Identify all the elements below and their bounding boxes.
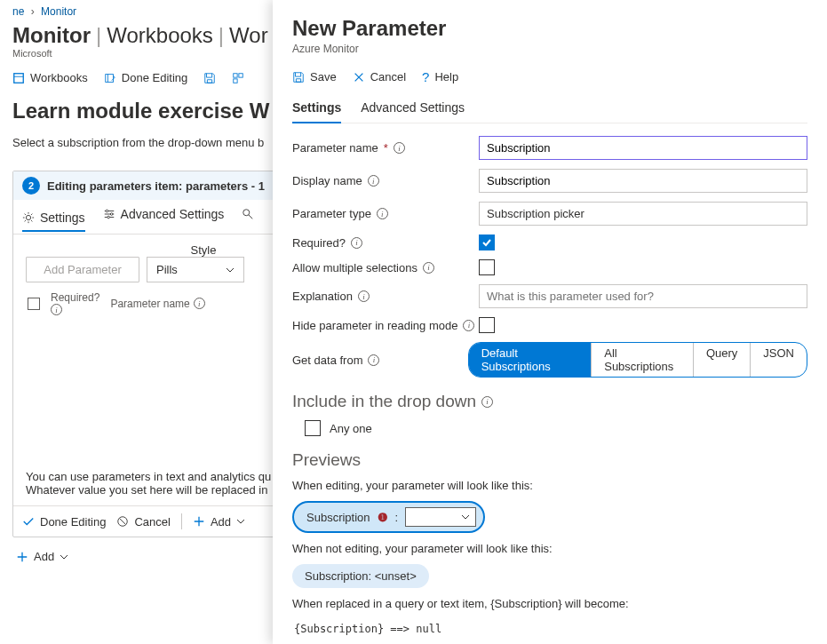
plus-icon [193, 515, 205, 528]
panel-title: New Parameter [292, 16, 807, 41]
preview-replaced-text: When replaced in a query or text item, {… [292, 597, 807, 610]
tab-extra[interactable] [242, 208, 254, 226]
save-icon [292, 71, 305, 83]
help-button[interactable]: ? Help [422, 69, 458, 84]
required-checkbox[interactable] [479, 235, 495, 250]
style-column-label: Style [150, 243, 257, 257]
tab-advanced-settings[interactable]: Advanced Settings [103, 207, 225, 227]
svg-rect-1 [106, 74, 114, 82]
share-icon [232, 72, 244, 84]
required-label: Required? i [292, 236, 479, 250]
include-heading: Include in the drop down i [292, 392, 807, 411]
panel-action-bar: Save Cancel ? Help [292, 64, 807, 95]
done-editing-button[interactable]: Done Editing [22, 515, 106, 529]
previews-heading: Previews [292, 450, 807, 470]
save-icon [203, 72, 216, 84]
svg-rect-0 [14, 73, 24, 83]
explanation-label: Explanation i [292, 290, 479, 303]
workbook-icon [12, 72, 25, 84]
step-number-badge: 2 [22, 177, 40, 195]
add-component-button[interactable]: Add [12, 537, 68, 563]
tab-settings[interactable]: Settings [292, 95, 341, 123]
save-button[interactable]: Save [292, 69, 337, 84]
pill-default-subs[interactable]: Default Subscriptions [469, 343, 592, 377]
svg-point-6 [106, 210, 108, 212]
info-icon[interactable]: i [351, 237, 362, 249]
error-icon: ❶ [378, 511, 388, 524]
svg-point-5 [26, 215, 30, 219]
preview-readonly-pill: Subscription: <unset> [292, 564, 429, 588]
sliders-icon [103, 208, 115, 220]
anyone-checkbox[interactable] [305, 420, 321, 436]
breadcrumb-item[interactable]: ne [12, 5, 24, 18]
pill-json[interactable]: JSON [751, 343, 807, 377]
info-icon[interactable]: i [51, 304, 62, 315]
add-button[interactable]: Add [193, 515, 245, 529]
info-icon[interactable]: i [481, 396, 493, 408]
col-required: Required? [51, 291, 99, 304]
display-name-label: Display name i [292, 174, 479, 187]
select-all-checkbox[interactable] [28, 298, 40, 310]
search-icon [242, 208, 254, 220]
param-type-label: Parameter type i [292, 207, 479, 220]
info-icon[interactable]: i [194, 298, 205, 309]
step-title: Editing parameters item: parameters - 1 [47, 179, 265, 193]
style-select[interactable]: Pills [147, 257, 244, 282]
check-icon [22, 515, 35, 528]
share-icon-button[interactable] [232, 72, 244, 84]
pill-all-subs[interactable]: All Subscriptions [592, 343, 694, 377]
preview-dropdown[interactable] [405, 507, 476, 527]
tab-advanced-settings[interactable]: Advanced Settings [361, 95, 465, 123]
panel-subtitle: Azure Monitor [292, 43, 807, 55]
svg-rect-4 [234, 78, 237, 82]
info-icon[interactable]: i [394, 142, 405, 154]
check-icon [481, 237, 492, 248]
hide-param-checkbox[interactable] [479, 317, 495, 333]
info-icon[interactable]: i [368, 354, 379, 366]
data-source-pills: Default Subscriptions All Subscriptions … [468, 342, 807, 378]
tab-settings[interactable]: Settings [22, 211, 85, 232]
plus-icon [16, 551, 28, 563]
add-parameter-button[interactable]: Add Parameter [26, 257, 139, 282]
chevron-down-icon [60, 553, 68, 561]
workbooks-button[interactable]: Workbooks [12, 71, 88, 84]
cancel-icon [116, 515, 129, 528]
preview-editing-pill[interactable]: Subscription ❶: [292, 501, 485, 533]
explanation-input[interactable] [479, 284, 807, 308]
close-icon [353, 71, 365, 83]
help-icon: ? [422, 69, 429, 84]
chevron-right-icon: › [31, 5, 35, 18]
done-editing-button[interactable]: Done Editing [104, 71, 187, 84]
param-name-input[interactable] [479, 136, 807, 160]
save-icon-button[interactable] [203, 72, 216, 84]
info-icon[interactable]: i [377, 208, 388, 219]
new-parameter-panel: New Parameter Azure Monitor Save Cancel … [273, 0, 827, 644]
display-name-input[interactable] [479, 169, 807, 193]
pill-query[interactable]: Query [694, 343, 751, 377]
svg-point-7 [110, 213, 113, 216]
gear-icon [22, 211, 35, 224]
svg-rect-2 [234, 73, 237, 76]
breadcrumb-item[interactable]: Monitor [41, 5, 76, 18]
param-type-select[interactable]: Subscription picker [479, 202, 807, 226]
edit-done-icon [104, 72, 116, 84]
col-parameter-name: Parameter name [110, 298, 189, 310]
cancel-button[interactable]: Cancel [116, 515, 170, 529]
allow-multiple-label: Allow multiple selections i [292, 261, 479, 274]
get-data-label: Get data from i [292, 354, 468, 367]
allow-multiple-checkbox[interactable] [479, 259, 495, 275]
info-icon[interactable]: i [463, 320, 474, 331]
info-icon[interactable]: i [368, 175, 379, 187]
svg-point-9 [243, 210, 250, 216]
info-icon[interactable]: i [423, 262, 434, 274]
cancel-button[interactable]: Cancel [353, 69, 406, 84]
separator [181, 513, 182, 529]
chevron-down-icon [226, 266, 235, 274]
preview-code: {Subscription} ==> null [292, 619, 807, 639]
svg-rect-3 [239, 73, 243, 76]
param-name-label: Parameter name * i [292, 141, 479, 155]
hide-param-label: Hide parameter in reading mode i [292, 319, 479, 332]
svg-point-8 [107, 216, 109, 219]
preview-editing-text: When editing, your parameter will look l… [292, 479, 807, 492]
info-icon[interactable]: i [358, 290, 370, 302]
